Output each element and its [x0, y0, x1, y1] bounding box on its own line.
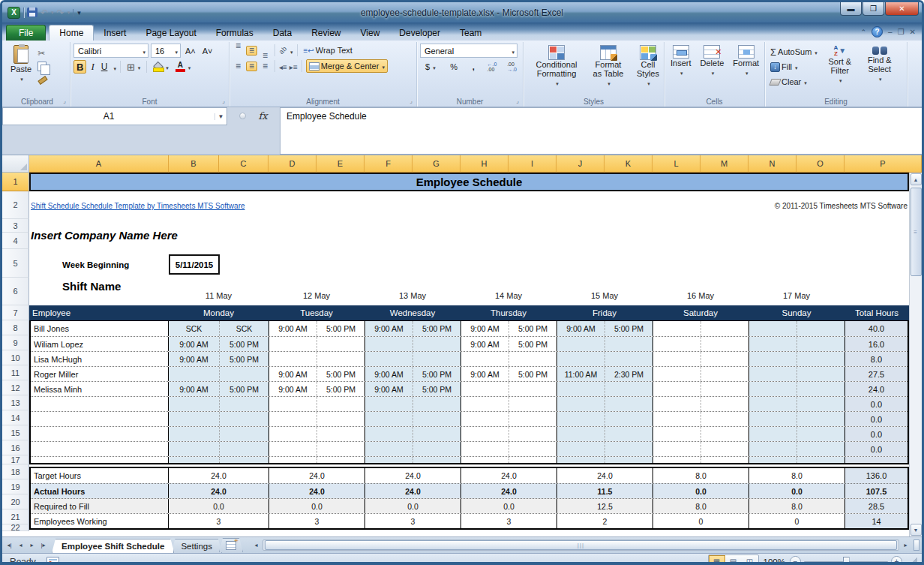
- formula-input[interactable]: Employee Schedule: [280, 107, 922, 155]
- shift-cell[interactable]: [268, 412, 316, 426]
- column-header-J[interactable]: J: [556, 155, 604, 173]
- orientation-arrow[interactable]: [289, 44, 293, 57]
- column-header-C[interactable]: C: [219, 155, 268, 173]
- fill-button[interactable]: Fill: [768, 60, 820, 74]
- row-header-17[interactable]: 17: [2, 455, 29, 464]
- shrink-font-icon[interactable]: A˅: [200, 44, 215, 58]
- row-header-9[interactable]: 9: [2, 335, 29, 350]
- shift-cell[interactable]: [700, 397, 748, 411]
- shift-cell[interactable]: [460, 442, 508, 456]
- summary-value-cell[interactable]: 0.0: [364, 499, 460, 513]
- summary-value-cell[interactable]: 0.0: [460, 499, 556, 513]
- shift-cell[interactable]: [556, 382, 604, 396]
- underline-button[interactable]: U: [99, 60, 110, 74]
- column-header-L[interactable]: L: [652, 155, 700, 173]
- shift-cell[interactable]: [748, 397, 796, 411]
- paste-button[interactable]: Paste: [8, 44, 34, 86]
- shift-cell[interactable]: [460, 382, 508, 396]
- shift-cell[interactable]: [412, 352, 460, 366]
- row-header-3[interactable]: 3: [2, 219, 29, 233]
- name-box[interactable]: A1 ▼: [2, 107, 227, 125]
- shift-cell[interactable]: [364, 352, 412, 366]
- delete-cells-button[interactable]: Delete: [698, 44, 728, 95]
- employee-name-cell[interactable]: Lisa McHugh: [31, 352, 169, 366]
- number-format-arrow[interactable]: [510, 47, 514, 56]
- shift-cell[interactable]: [460, 412, 508, 426]
- prev-sheet-icon[interactable]: ◂: [15, 539, 26, 551]
- shift-cell[interactable]: [364, 427, 412, 441]
- shift-cell[interactable]: [268, 337, 316, 351]
- save-icon[interactable]: [27, 8, 38, 17]
- company-name-cell[interactable]: Insert Company Name Here: [31, 229, 178, 242]
- total-hours-cell[interactable]: 0.0: [844, 412, 908, 426]
- shift-cell[interactable]: [316, 352, 364, 366]
- restore-button[interactable]: ❐: [862, 2, 884, 16]
- shift-cell[interactable]: [700, 457, 748, 463]
- shift-cell[interactable]: [460, 352, 508, 366]
- column-header-N[interactable]: N: [748, 155, 796, 173]
- shift-cell[interactable]: [460, 457, 508, 463]
- shift-cell[interactable]: [652, 337, 700, 351]
- employee-name-cell[interactable]: Melissa Minh: [31, 382, 169, 396]
- ribbon-tab-file[interactable]: File: [6, 25, 46, 41]
- summary-value-cell[interactable]: 24.0: [364, 468, 460, 483]
- row-header-21[interactable]: 21: [2, 509, 29, 524]
- zoom-out-icon[interactable]: −: [790, 556, 801, 565]
- align-bottom-icon[interactable]: [260, 46, 271, 56]
- clear-button[interactable]: Clear: [768, 75, 820, 89]
- row-header-4[interactable]: 4: [2, 233, 29, 249]
- font-name-arrow[interactable]: [141, 47, 146, 56]
- summary-value-cell[interactable]: 24.0: [268, 468, 364, 483]
- shift-cell[interactable]: [652, 442, 700, 456]
- summary-label-cell[interactable]: Target Hours: [31, 468, 169, 483]
- employee-name-cell[interactable]: [31, 412, 169, 426]
- shift-cell[interactable]: 2:30 PM: [604, 367, 652, 381]
- shift-cell[interactable]: [219, 442, 268, 456]
- summary-label-cell[interactable]: Employees Working: [31, 514, 169, 528]
- employee-name-cell[interactable]: Roger Miller: [31, 367, 169, 381]
- column-header-D[interactable]: D: [268, 155, 316, 173]
- shift-cell[interactable]: 11:00 AM: [556, 367, 604, 381]
- shift-cell[interactable]: [412, 457, 460, 463]
- shift-cell[interactable]: [556, 442, 604, 456]
- row-header-7[interactable]: 7: [2, 305, 29, 320]
- shift-cell[interactable]: 5:00 PM: [316, 321, 364, 336]
- conditional-formatting-button[interactable]: Conditional Formatting: [526, 44, 586, 95]
- shift-cell[interactable]: [268, 352, 316, 366]
- wrap-text-button[interactable]: Wrap Text: [302, 44, 355, 57]
- customize-qat-icon[interactable]: ▾: [73, 9, 81, 17]
- font-dialog-launcher[interactable]: [220, 98, 227, 105]
- summary-value-cell[interactable]: 3: [268, 514, 364, 528]
- header-day-friday[interactable]: Friday: [556, 305, 652, 320]
- name-box-arrow[interactable]: ▼: [214, 113, 226, 120]
- normal-view-icon[interactable]: [709, 555, 725, 565]
- row-header-15[interactable]: 15: [2, 425, 29, 440]
- align-center-icon[interactable]: [246, 62, 257, 71]
- template-link[interactable]: Shift Schedule Schedule Template by Time…: [31, 202, 245, 210]
- header-day-wednesday[interactable]: Wednesday: [364, 305, 460, 320]
- shift-cell[interactable]: [604, 352, 652, 366]
- redo-icon[interactable]: ↷: [57, 8, 64, 17]
- summary-value-cell[interactable]: 24.0: [460, 484, 556, 498]
- sort-filter-button[interactable]: AZ▼ Sort & Filter: [822, 44, 858, 95]
- shift-cell[interactable]: 9:00 AM: [460, 321, 508, 336]
- shift-cell[interactable]: SCK: [169, 321, 219, 336]
- employee-name-cell[interactable]: [31, 442, 169, 456]
- format-as-table-button[interactable]: Format as Table: [588, 44, 628, 95]
- shift-cell[interactable]: [748, 321, 796, 336]
- grow-font-icon[interactable]: A˄: [183, 44, 198, 58]
- week-beginning-input[interactable]: 5/11/2015: [169, 254, 220, 275]
- row-header-2[interactable]: 2: [2, 191, 29, 219]
- column-header-B[interactable]: B: [169, 155, 219, 173]
- shift-cell[interactable]: [364, 412, 412, 426]
- merge-center-button[interactable]: Merge & Center: [306, 59, 388, 73]
- resize-grip[interactable]: [908, 557, 917, 565]
- summary-total-cell[interactable]: 107.5: [844, 484, 908, 498]
- shift-cell[interactable]: [219, 427, 268, 441]
- summary-value-cell[interactable]: 0.0: [748, 484, 844, 498]
- clear-arrow[interactable]: [802, 77, 807, 86]
- hscroll-left-icon[interactable]: ◂: [250, 539, 262, 551]
- shift-cell[interactable]: 9:00 AM: [364, 367, 412, 381]
- page-break-view-icon[interactable]: [742, 555, 758, 565]
- shift-cell[interactable]: 5:00 PM: [219, 337, 268, 351]
